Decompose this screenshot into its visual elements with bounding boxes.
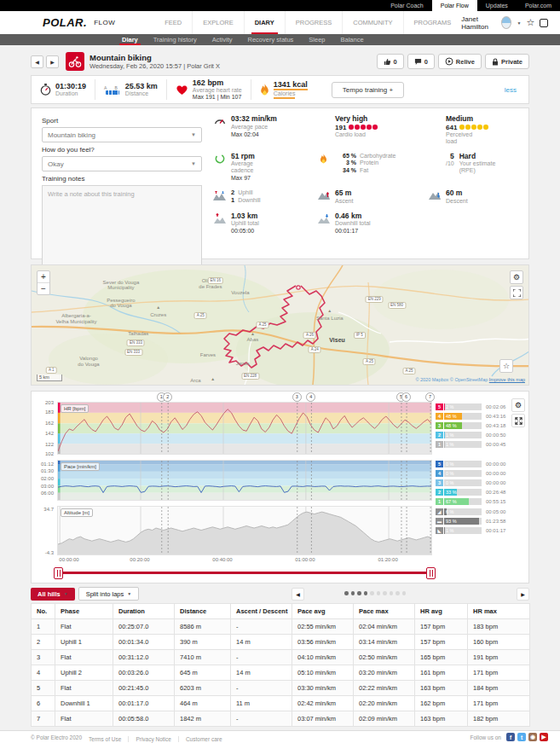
youtube-icon[interactable]: ▶ bbox=[540, 733, 548, 741]
pager-dot[interactable] bbox=[370, 591, 374, 595]
zone-5-chip: 5 bbox=[436, 461, 443, 467]
split-into-laps-button[interactable]: Split into laps▼ bbox=[78, 587, 140, 601]
map-style-button[interactable]: ⚙ bbox=[510, 270, 523, 284]
lap-cell: - bbox=[231, 711, 292, 727]
zone-3-chip: 3 bbox=[436, 422, 443, 429]
nav-item-explore[interactable]: EXPLORE bbox=[192, 11, 243, 34]
nav-item-diary[interactable]: DIARY bbox=[244, 11, 285, 34]
lap-cell: 14 m bbox=[231, 635, 292, 650]
lap-marker-2[interactable]: 2 bbox=[163, 392, 172, 402]
pager-dot[interactable] bbox=[344, 591, 349, 595]
load-dot bbox=[471, 125, 476, 130]
zone-time: 00:55:15 bbox=[486, 499, 505, 504]
training-benefit-button[interactable]: Tempo training + bbox=[332, 82, 404, 98]
pager-dots bbox=[344, 591, 406, 595]
energy-name: Fat bbox=[360, 167, 368, 175]
comment-button[interactable]: 0 bbox=[407, 54, 435, 69]
pager-dot[interactable] bbox=[402, 591, 407, 595]
pager-dot[interactable] bbox=[357, 591, 361, 595]
topbar-link-polar-flow[interactable]: Polar Flow bbox=[432, 0, 477, 11]
subnav-item-activity[interactable]: Activity bbox=[205, 34, 240, 45]
flat-icon: ▬ bbox=[436, 518, 443, 525]
lap-marker-7[interactable]: 7 bbox=[425, 392, 435, 402]
pager-dot[interactable] bbox=[364, 591, 368, 595]
subnav-item-training-history[interactable]: Training history bbox=[146, 34, 205, 45]
map-attribution: © 2020 Mapbox © OpenStreetMap Improve th… bbox=[415, 377, 525, 382]
like-button[interactable]: 0 bbox=[377, 54, 404, 69]
load-dot bbox=[459, 125, 465, 130]
notifications-icon[interactable] bbox=[540, 19, 548, 27]
lap-cell: 00:01:34.0 bbox=[113, 635, 175, 650]
topbar-link-polar-com[interactable]: Polar.com bbox=[517, 0, 560, 11]
pager-dot[interactable] bbox=[377, 591, 381, 595]
subnav-item-recovery-status[interactable]: Recovery status bbox=[240, 34, 302, 45]
lap-cell: - bbox=[231, 650, 292, 665]
pager-next-button[interactable]: ▶ bbox=[517, 588, 529, 601]
favorites-star-icon[interactable]: ☆ bbox=[526, 18, 534, 27]
pace-min-km-plot[interactable]: Pace [min/km] bbox=[57, 460, 432, 501]
less-link[interactable]: less bbox=[505, 86, 517, 94]
pager-dot[interactable] bbox=[395, 591, 400, 595]
improve-map-link[interactable]: Improve this map bbox=[489, 377, 525, 382]
training-notes-input[interactable]: Write a note about this training bbox=[42, 185, 202, 267]
pager-dot[interactable] bbox=[390, 591, 394, 595]
chart-settings-gear-icon[interactable]: ⚙ bbox=[511, 398, 525, 412]
subnav-item-sleep[interactable]: Sleep bbox=[301, 34, 332, 45]
map-fullscreen-button[interactable] bbox=[510, 286, 523, 299]
avatar[interactable] bbox=[501, 16, 511, 29]
energy-name: Carbohydrate bbox=[360, 153, 395, 160]
pager-prev-button[interactable]: ◀ bbox=[292, 588, 304, 601]
map-favorite-button[interactable]: ☆ bbox=[499, 359, 513, 373]
zone-bar: 67 % bbox=[444, 498, 482, 505]
hr-bpm-plot[interactable]: HR [bpm] bbox=[57, 402, 432, 455]
column-distance: Distance bbox=[175, 604, 231, 619]
zone-pct: 1 % bbox=[446, 527, 453, 534]
zoom-in-button[interactable]: + bbox=[38, 271, 49, 283]
subnav-item-balance[interactable]: Balance bbox=[333, 34, 372, 45]
y-tick: 01:12 bbox=[41, 461, 54, 467]
lap-marker-4[interactable]: 4 bbox=[306, 392, 315, 402]
nav-item-progress[interactable]: PROGRESS bbox=[285, 11, 343, 34]
slider-handle-right[interactable] bbox=[426, 567, 436, 579]
lap-row: 7Flat00:05:58.01842 m-03:07 min/km02:09 … bbox=[32, 711, 530, 727]
zone-legend-row: 11 %00:00:45 bbox=[436, 440, 528, 448]
footer-link-customer-care[interactable]: Customer care bbox=[178, 736, 229, 742]
chart-expand-icon[interactable] bbox=[511, 414, 525, 427]
lap-row: 3Flat00:31:12.07410 m-04:10 min/km02:50 … bbox=[32, 650, 530, 665]
nav-item-feed[interactable]: FEED bbox=[154, 11, 192, 34]
pager-dot[interactable] bbox=[383, 591, 387, 595]
nav-item-programs[interactable]: PROGRAMS bbox=[403, 11, 462, 34]
twitter-icon[interactable]: t bbox=[517, 733, 526, 741]
zoom-out-button[interactable]: − bbox=[38, 283, 49, 294]
topbar-link-updates[interactable]: Updates bbox=[477, 0, 517, 11]
facebook-icon[interactable]: f bbox=[506, 733, 515, 741]
instagram-icon[interactable]: ◉ bbox=[528, 733, 537, 741]
sport-select[interactable]: Mountain biking▼ bbox=[42, 127, 202, 142]
time-range-slider[interactable] bbox=[57, 567, 432, 578]
subnav-item-diary[interactable]: Diary bbox=[114, 34, 146, 45]
topbar-link-polar-coach[interactable]: Polar Coach bbox=[382, 0, 432, 11]
lap-marker-3[interactable]: 3 bbox=[292, 392, 302, 402]
altitude-m-plot[interactable]: Altitude [m] bbox=[57, 506, 432, 555]
chevron-down-icon[interactable]: ▼ bbox=[517, 20, 521, 26]
next-session-button[interactable]: ▶ bbox=[46, 55, 59, 68]
x-tick: 01:00:00 bbox=[295, 557, 315, 562]
footer-link-privacy-notice[interactable]: Privacy Notice bbox=[128, 736, 178, 742]
feel-select[interactable]: Okay▼ bbox=[42, 156, 202, 171]
map-label-pessegueiro-do-vouga: Pessegueiro do Vouga bbox=[107, 298, 135, 309]
slider-handle-left[interactable] bbox=[54, 567, 63, 579]
prev-session-button[interactable]: ◀ bbox=[31, 55, 43, 68]
calories-value[interactable]: 1341 kcal bbox=[274, 80, 308, 90]
footer-link-terms-of-use[interactable]: Terms of Use bbox=[89, 736, 128, 742]
private-button[interactable]: Private bbox=[485, 54, 529, 69]
user-name[interactable]: Janet Hamilton bbox=[461, 15, 496, 31]
nav-item-community[interactable]: COMMUNITY bbox=[342, 11, 402, 34]
relive-button[interactable]: Relive bbox=[438, 54, 482, 69]
flame-icon bbox=[316, 154, 331, 164]
lap-marker-6[interactable]: 6 bbox=[401, 392, 411, 402]
map-label-viseu: Viseu bbox=[329, 338, 345, 344]
pager-dot[interactable] bbox=[351, 591, 355, 595]
route-map[interactable]: Sever do Vouga MunicipalityPessegueiro d… bbox=[31, 264, 529, 386]
x-tick: 00:40:00 bbox=[212, 557, 232, 562]
laps-filter-button[interactable]: All hills▼ bbox=[31, 588, 75, 601]
